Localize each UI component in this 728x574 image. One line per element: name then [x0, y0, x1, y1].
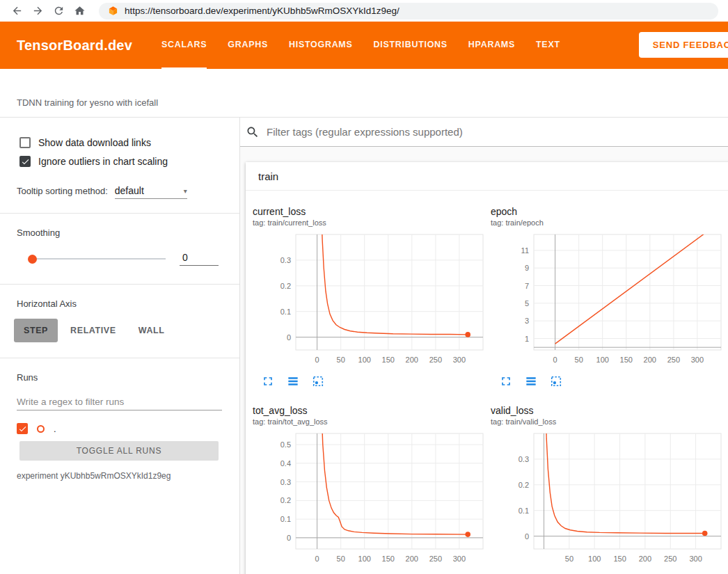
nav-tabs: SCALARS GRAPHS HISTOGRAMS DISTRIBUTIONS …: [161, 22, 560, 69]
tag-filter-input[interactable]: [267, 126, 718, 138]
show-download-links-checkbox-row[interactable]: Show data download links: [19, 137, 223, 148]
svg-text:0: 0: [525, 532, 529, 541]
chart-title: current_loss: [253, 206, 487, 217]
address-bar[interactable]: https://tensorboard.dev/experiment/yKUbh…: [99, 3, 718, 19]
expand-chart-icon[interactable]: [499, 374, 513, 388]
svg-text:3: 3: [525, 317, 529, 325]
svg-text:200: 200: [406, 356, 418, 364]
chart-card-epoch: epoch tag: train/epoch 05010015020025030…: [491, 206, 725, 388]
horizontal-axis-buttons: STEP RELATIVE WALL: [14, 319, 225, 342]
svg-text:0.5: 0.5: [280, 440, 291, 449]
tab-scalars[interactable]: SCALARS: [161, 22, 207, 69]
chevron-down-icon: ▾: [184, 187, 187, 195]
svg-text:250: 250: [429, 356, 442, 364]
smoothing-value-field[interactable]: 0: [180, 252, 219, 266]
chart-grid: current_loss tag: train/current_loss 050…: [246, 191, 728, 574]
smoothing-slider[interactable]: [29, 258, 166, 260]
svg-text:0.4: 0.4: [280, 459, 291, 468]
checkbox-unchecked-icon[interactable]: [19, 137, 31, 148]
svg-text:11: 11: [521, 246, 529, 255]
expand-chart-icon[interactable]: [261, 374, 275, 388]
search-icon: [246, 125, 260, 139]
send-feedback-button[interactable]: SEND FEEDBACK: [639, 32, 728, 58]
axis-relative-button[interactable]: RELATIVE: [61, 319, 126, 342]
tab-graphs[interactable]: GRAPHS: [228, 22, 268, 69]
tab-hparams[interactable]: HPARAMS: [468, 22, 515, 69]
chart-tag: tag: train/current_loss: [253, 218, 487, 228]
app-header: TensorBoard.dev SCALARS GRAPHS HISTOGRAM…: [0, 22, 728, 69]
slider-thumb[interactable]: [28, 255, 37, 264]
chart-card-tot-avg-loss: tot_avg_loss tag: train/tot_avg_loss 050…: [253, 405, 487, 574]
browser-toolbar: https://tensorboard.dev/experiment/yKUbh…: [0, 0, 728, 22]
svg-text:0.1: 0.1: [519, 507, 529, 515]
tooltip-sorting-select[interactable]: default ▾: [115, 185, 187, 199]
svg-text:150: 150: [382, 356, 395, 364]
svg-text:150: 150: [382, 555, 395, 563]
home-icon[interactable]: [70, 2, 89, 20]
back-icon[interactable]: [7, 2, 26, 20]
runs-label: Runs: [17, 372, 223, 383]
tensorboard-page: { "browser": { "url": "https://tensorboa…: [0, 0, 728, 574]
svg-text:300: 300: [453, 356, 466, 364]
svg-text:0: 0: [287, 534, 291, 542]
show-download-links-label: Show data download links: [38, 137, 151, 148]
chart-canvas[interactable]: 05010015020025030000.10.20.3: [253, 232, 487, 367]
tooltip-sorting-row: Tooltip sorting method: default ▾: [17, 185, 223, 199]
reload-icon[interactable]: [49, 2, 68, 20]
train-section-card: train current_loss tag: train/current_lo…: [246, 162, 728, 574]
svg-text:1: 1: [525, 335, 529, 343]
run-checkbox-icon[interactable]: [17, 423, 28, 434]
pin-card-icon[interactable]: [549, 374, 563, 388]
svg-text:50: 50: [575, 356, 583, 364]
svg-text:9: 9: [525, 264, 529, 272]
svg-text:150: 150: [613, 555, 626, 563]
svg-text:0.3: 0.3: [280, 256, 291, 264]
svg-text:200: 200: [644, 356, 656, 364]
divider: [0, 213, 239, 214]
tensorboard-favicon: [108, 6, 118, 16]
chart-card-valid-loss: valid_loss tag: train/valid_loss 5010015…: [491, 405, 725, 574]
svg-text:100: 100: [588, 555, 601, 563]
svg-text:300: 300: [453, 555, 466, 563]
svg-text:250: 250: [667, 356, 680, 364]
svg-text:0: 0: [553, 356, 557, 364]
axis-step-button[interactable]: STEP: [14, 319, 58, 342]
experiment-id-note: experiment yKUbhb5wRmOSXYkId1z9eg: [17, 471, 223, 481]
chart-canvas[interactable]: 0501001502002503001357911: [491, 232, 725, 367]
forward-icon[interactable]: [28, 2, 47, 20]
url-text: https://tensorboard.dev/experiment/yKUbh…: [125, 6, 399, 16]
svg-text:0.3: 0.3: [519, 455, 529, 463]
settings-sidebar: Show data download links Ignore outliers…: [0, 118, 240, 574]
chart-canvas[interactable]: 5010015020025030000.10.20.3: [491, 431, 725, 566]
chart-tag: tag: train/valid_loss: [491, 417, 725, 426]
chart-canvas[interactable]: 05010015020025030000.10.20.30.40.5: [253, 431, 487, 566]
chart-tag: tag: train/epoch: [491, 218, 725, 228]
svg-text:100: 100: [596, 356, 609, 364]
runs-list-icon[interactable]: [286, 374, 300, 388]
axis-wall-button[interactable]: WALL: [129, 319, 175, 342]
svg-text:0.2: 0.2: [280, 282, 291, 290]
svg-text:0.3: 0.3: [280, 478, 291, 486]
svg-text:100: 100: [358, 356, 371, 364]
run-name: .: [54, 424, 56, 434]
tab-distributions[interactable]: DISTRIBUTIONS: [374, 22, 448, 69]
run-color-swatch-icon: [37, 425, 45, 433]
svg-text:0: 0: [315, 555, 319, 563]
pin-card-icon[interactable]: [311, 374, 325, 388]
tab-histograms[interactable]: HISTOGRAMS: [289, 22, 353, 69]
runs-list-icon[interactable]: [524, 374, 538, 388]
tab-text[interactable]: TEXT: [536, 22, 560, 69]
checkbox-checked-icon[interactable]: [19, 156, 31, 167]
svg-text:150: 150: [620, 356, 633, 364]
smoothing-label: Smoothing: [17, 228, 223, 238]
tag-filter-row: [240, 118, 728, 147]
ignore-outliers-checkbox-row[interactable]: Ignore outliers in chart scaling: [19, 156, 223, 167]
run-list-item[interactable]: .: [17, 423, 223, 434]
runs-filter-input[interactable]: [17, 394, 222, 410]
svg-text:50: 50: [337, 356, 345, 364]
toggle-all-runs-button[interactable]: TOGGLE ALL RUNS: [19, 441, 219, 461]
chart-title: epoch: [491, 206, 725, 217]
svg-text:7: 7: [525, 282, 529, 290]
train-section-header[interactable]: train: [246, 162, 728, 191]
svg-text:0.1: 0.1: [280, 515, 291, 523]
